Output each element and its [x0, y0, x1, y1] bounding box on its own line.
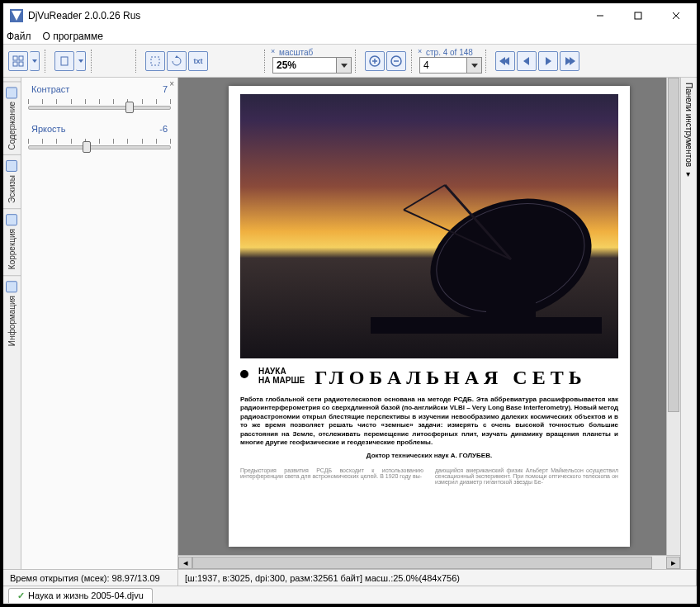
title-bar: DjVuReader 2.0.0.26 Rus [3, 3, 697, 28]
wrench-icon [7, 214, 18, 225]
svg-rect-9 [61, 57, 68, 65]
scale-combo[interactable] [272, 57, 352, 74]
article-photo [240, 94, 618, 358]
svg-rect-22 [371, 317, 602, 334]
contrast-value: 7 [163, 84, 168, 94]
svg-rect-6 [19, 56, 23, 60]
chevron-down-icon: ▸ [684, 170, 693, 179]
page-input[interactable] [420, 58, 466, 73]
scale-input[interactable] [273, 58, 336, 73]
tab-contents[interactable]: Содержание [3, 81, 21, 154]
minimize-button[interactable] [581, 4, 619, 27]
page-mode-dropdown[interactable] [76, 51, 86, 71]
zoom-in-icon[interactable] [365, 51, 385, 71]
page-dropdown[interactable] [466, 58, 481, 73]
document-tab-label: Наука и жизнь 2005-04.djvu [28, 590, 144, 600]
article-headline: ГЛОБАЛЬНАЯ СЕТЬ [315, 367, 586, 389]
first-page-icon[interactable] [495, 51, 515, 71]
zoom-out-icon[interactable] [386, 51, 406, 71]
list-icon [7, 87, 18, 98]
scroll-left-icon[interactable]: ◂ [178, 557, 192, 569]
scroll-right-icon[interactable]: ▸ [666, 557, 680, 569]
page-label: стр. 4 of 148 [419, 48, 482, 57]
bullet-icon [240, 370, 248, 378]
contrast-label: Контраст [31, 84, 69, 94]
menu-file[interactable]: Файл [7, 31, 31, 42]
svg-line-20 [404, 185, 445, 210]
svg-rect-10 [151, 57, 159, 65]
last-page-icon[interactable] [560, 51, 579, 71]
horizontal-scrollbar[interactable]: ◂ ▸ [178, 555, 680, 569]
document-page: НАУКА НА МАРШЕ ГЛОБАЛЬНАЯ СЕТЬ Работа гл… [229, 86, 630, 547]
thumbnails-icon[interactable] [8, 51, 28, 71]
viewer-scroll-area[interactable]: НАУКА НА МАРШЕ ГЛОБАЛЬНАЯ СЕТЬ Работа гл… [178, 78, 680, 555]
prev-page-icon[interactable] [517, 51, 537, 71]
tab-thumbnails[interactable]: Эскизы [3, 154, 21, 208]
tab-correction[interactable]: Коррекция [3, 208, 21, 274]
status-bar: Время открытия (мсек): 98.97/13.09 [ш:19… [3, 569, 697, 586]
article-intro: Работа глобальной сети радиотелескопов о… [240, 396, 618, 447]
svg-rect-8 [19, 62, 23, 66]
document-tab[interactable]: ✓ Наука и жизнь 2005-04.djvu [8, 588, 153, 603]
tab-information[interactable]: Информация [3, 275, 21, 351]
check-icon: ✓ [17, 590, 25, 601]
svg-rect-5 [13, 56, 17, 60]
refresh-icon[interactable] [167, 51, 187, 71]
brightness-slider[interactable] [28, 137, 171, 152]
contrast-slider[interactable] [28, 97, 171, 112]
window-title: DjVuReader 2.0.0.26 Rus [28, 10, 581, 21]
toolbars-panel-tab[interactable]: Панели инструментов ▸ [680, 78, 697, 569]
document-viewer: НАУКА НА МАРШЕ ГЛОБАЛЬНАЯ СЕТЬ Работа гл… [178, 78, 680, 569]
article-subhead: НАУКА НА МАРШЕ [258, 367, 305, 385]
vertical-scrollbar[interactable] [666, 78, 680, 555]
scale-dropdown[interactable] [336, 58, 351, 73]
page-combo[interactable] [419, 57, 482, 74]
status-page-info: [ш:1937, в:3025, dpi:300, разм:32561 бай… [178, 570, 697, 586]
select-region-icon[interactable] [145, 51, 165, 71]
text-mode-icon[interactable]: txt [188, 51, 208, 71]
document-tab-strip: ✓ Наука и жизнь 2005-04.djvu [3, 586, 697, 604]
svg-rect-2 [635, 12, 641, 19]
brightness-value: -6 [159, 124, 168, 134]
svg-rect-7 [13, 62, 17, 66]
article-author: Доктор технических наук А. ГОЛУБЕВ. [240, 452, 618, 460]
menu-about[interactable]: О программе [43, 31, 103, 42]
grid-icon [7, 160, 18, 172]
side-tab-strip: Содержание Эскизы Коррекция Информация [3, 78, 21, 569]
close-button[interactable] [657, 4, 695, 27]
status-open-time: Время открытия (мсек): 98.97/13.09 [3, 570, 178, 586]
maximize-button[interactable] [619, 4, 657, 27]
single-page-icon[interactable] [54, 51, 74, 71]
thumbnails-dropdown[interactable] [30, 51, 40, 71]
next-page-icon[interactable] [538, 51, 558, 71]
toolbar: txt масштаб стр. 4 of 148 [3, 45, 697, 78]
correction-panel: × Контраст 7 Яркость -6 [21, 78, 178, 569]
info-icon [7, 281, 18, 292]
brightness-label: Яркость [31, 124, 65, 134]
app-icon [10, 9, 23, 22]
scale-label: масштаб [272, 48, 352, 57]
menu-bar: Файл О программе [3, 28, 697, 45]
article-columns: Предыстория развития РСДБ восходит к исп… [240, 467, 618, 485]
panel-close-icon[interactable]: × [169, 79, 174, 88]
